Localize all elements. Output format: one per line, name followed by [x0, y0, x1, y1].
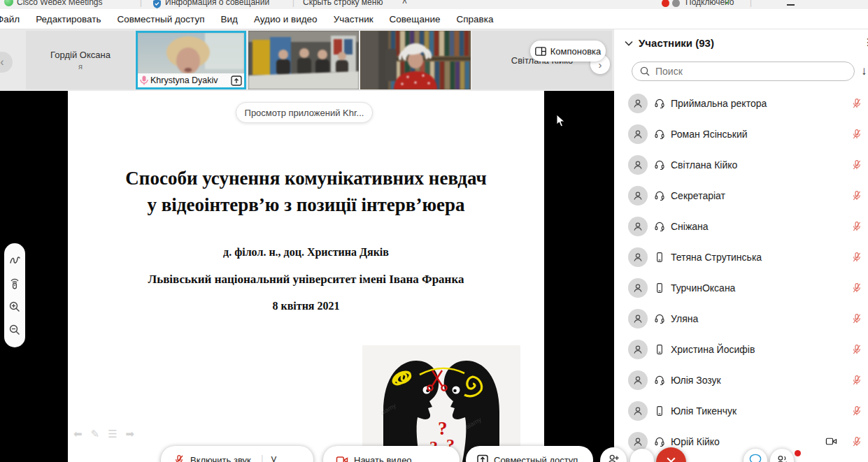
- tile-self-label: я: [78, 62, 83, 71]
- share-button[interactable]: Совместный доступ: [466, 446, 593, 462]
- participant-row[interactable]: Тетяна Струтинська: [614, 242, 868, 273]
- menu-item-1[interactable]: Файл: [0, 14, 20, 24]
- mic-muted-icon: [851, 375, 862, 386]
- audio-options-caret-icon[interactable]: ˅: [271, 454, 277, 462]
- camera-icon: [825, 436, 837, 447]
- participant-row[interactable]: Приймальна ректора: [614, 88, 868, 119]
- menu-item-8[interactable]: Справка: [456, 14, 493, 24]
- avatar: [628, 124, 648, 144]
- avatar: [628, 247, 648, 267]
- hide-menubar-button[interactable]: Скрыть строку меню: [303, 0, 383, 7]
- next-slide-button[interactable]: ➡: [126, 428, 135, 440]
- sort-icon[interactable]: ↓: [861, 64, 867, 78]
- tile-name-label: Khrystyna Dyakiv: [138, 73, 244, 87]
- participant-row[interactable]: Юлія Зозук: [614, 365, 868, 396]
- divider: |: [140, 0, 142, 7]
- status-check-icon: ✓: [725, 0, 731, 7]
- participant-row[interactable]: Секретаріат: [614, 180, 868, 211]
- presentation-stage: Просмотр приложений Khr... Способи усуне…: [0, 91, 614, 462]
- participant-row[interactable]: Юрій Кійко: [614, 426, 868, 457]
- chevron-down-icon: [625, 41, 633, 46]
- slide-nav-controls: ⬅ ✎ ☰ ➡: [73, 428, 134, 440]
- layout-button[interactable]: Компоновка: [530, 41, 606, 62]
- tile-participant-name: Гордій Оксана: [50, 50, 111, 60]
- participant-row[interactable]: Уляна: [614, 303, 868, 334]
- video-tile[interactable]: [360, 31, 471, 89]
- zoom-in-icon[interactable]: [9, 301, 20, 312]
- laser-pointer-icon[interactable]: [9, 277, 20, 289]
- participant-row[interactable]: Роман Ясінський: [614, 119, 868, 150]
- participants-list: Приймальна ректораРоман ЯсінськийСвітлан…: [614, 88, 868, 457]
- participant-name: Роман Ясінський: [671, 129, 748, 140]
- participants-title: Участники (93): [639, 37, 714, 49]
- video-tile[interactable]: [248, 31, 359, 89]
- participant-row[interactable]: Христина Йосифів: [614, 334, 868, 365]
- chevron-left-icon: ‹: [0, 56, 3, 68]
- menu-item-3[interactable]: Совместный доступ: [117, 14, 204, 24]
- title-bar: Cisco Webex Meetings | Информация о сове…: [0, 0, 868, 9]
- menu-item-6[interactable]: Участник: [334, 14, 373, 24]
- menu-item-2[interactable]: Редактировать: [36, 14, 101, 24]
- screen-share-icon: [231, 75, 242, 86]
- participant-name: Секретаріат: [671, 190, 725, 201]
- panel-more-icon[interactable]: ⋮: [863, 36, 868, 48]
- layout-button-label: Компоновка: [550, 46, 602, 57]
- annotate-pen-icon[interactable]: [9, 255, 21, 266]
- headset-icon: [654, 313, 665, 324]
- headset-icon: [654, 221, 665, 232]
- mic-muted-icon: [851, 344, 862, 355]
- participant-row[interactable]: ТурчинОксана: [614, 273, 868, 303]
- share-screen-icon: [477, 454, 488, 462]
- menu-item-5[interactable]: Аудио и видео: [254, 14, 318, 24]
- phone-icon: [654, 344, 665, 355]
- phone-icon: [654, 282, 665, 294]
- avatar: [628, 370, 648, 390]
- participant-name: Тетяна Струтинська: [671, 252, 762, 263]
- participant-name: Юрій Кійко: [671, 436, 720, 447]
- minimize-window-button[interactable]: [787, 4, 795, 6]
- participants-search[interactable]: Поиск: [632, 62, 855, 81]
- video-tile-active-speaker[interactable]: Khrystyna Dyakiv: [136, 31, 246, 89]
- shared-slide: Просмотр приложений Khr... Способи усуне…: [68, 91, 544, 462]
- unmute-label: Включить звук: [190, 455, 251, 462]
- participant-name: Світлана Кійко: [671, 159, 737, 171]
- thumbnails-button[interactable]: ☰: [108, 428, 117, 440]
- participant-name: Юлія Зозук: [671, 375, 721, 386]
- participant-row[interactable]: Юлія Тикенчук: [614, 396, 868, 426]
- slide-author: д. філол. н., доц. Христина Дяків: [68, 246, 544, 259]
- participant-row[interactable]: Світлана Кійко: [614, 150, 868, 180]
- chat-icon: [749, 454, 762, 462]
- headset-icon: [654, 98, 665, 109]
- annotate-button[interactable]: ✎: [91, 428, 100, 440]
- avatar: [628, 278, 648, 298]
- tile-participant-name: Khrystyna Dyakiv: [150, 75, 218, 85]
- meeting-info-button[interactable]: Информация о совещании: [165, 0, 269, 7]
- avatar: [628, 309, 648, 329]
- participants-header[interactable]: Участники (93): [625, 37, 714, 49]
- viewing-banner[interactable]: Просмотр приложений Khr...: [236, 102, 373, 123]
- unmute-button[interactable]: Включить звук | ˅: [161, 446, 313, 462]
- avatar: [628, 401, 648, 421]
- slide-university: Львівський національний університет імен…: [68, 273, 544, 287]
- menu-item-4[interactable]: Вид: [220, 14, 237, 24]
- start-video-button[interactable]: Начать видео: [323, 446, 460, 462]
- pause-record-icon[interactable]: [672, 0, 680, 7]
- webex-window: Cisco Webex Meetings | Информация о сове…: [0, 0, 868, 462]
- menu-item-7[interactable]: Совещание: [390, 14, 441, 24]
- participant-name: Приймальна ректора: [671, 98, 767, 109]
- video-feed: [360, 31, 471, 89]
- start-video-label: Начать видео: [354, 455, 412, 462]
- divider: |: [292, 0, 294, 7]
- participant-row[interactable]: Сніжана: [614, 211, 868, 242]
- slide-title: Способи усунення комунікативних невдач у…: [68, 165, 544, 218]
- mic-muted-icon: [851, 129, 862, 140]
- mic-muted-icon: [851, 221, 862, 232]
- headset-icon: [654, 159, 665, 171]
- zoom-out-icon[interactable]: [9, 324, 20, 335]
- prev-slide-button[interactable]: ⬅: [73, 428, 83, 440]
- slide-illustration-two-heads: ? ? ? alamy alamy alamy: [362, 345, 520, 462]
- video-tile-placeholder[interactable]: Гордій Оксана я: [26, 31, 135, 89]
- filmstrip-scroll-left-button[interactable]: ‹: [0, 52, 13, 73]
- phone-icon: [654, 252, 665, 263]
- record-indicator-icon[interactable]: [662, 0, 669, 7]
